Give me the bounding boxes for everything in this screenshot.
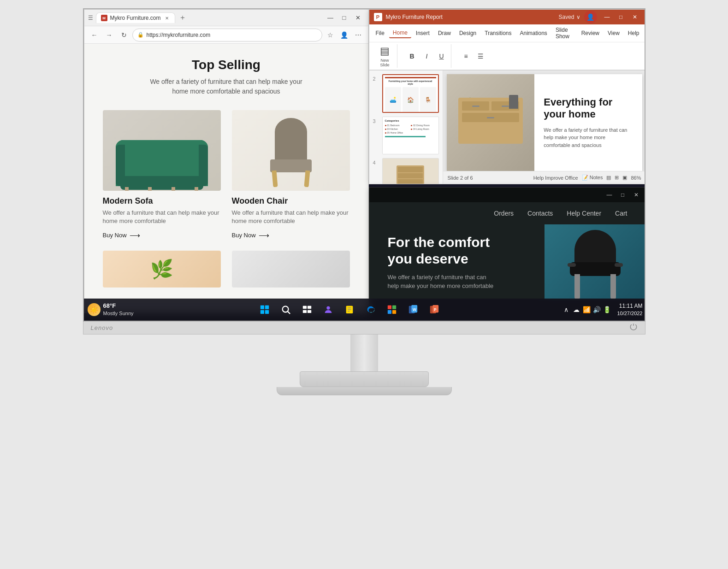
bookmark-star-button[interactable]: ☆ (324, 29, 337, 41)
ppt-maximize-button[interactable]: □ (615, 11, 627, 23)
buy-now-chair[interactable]: Buy Now ⟶ (232, 231, 350, 240)
browser-sidebar-toggle[interactable]: ☰ (88, 15, 93, 21)
store-button[interactable] (383, 300, 401, 319)
ppt-close-button[interactable]: ✕ (628, 11, 641, 23)
browser-window: ☰ M Mykro Furniture.com ✕ ＋ — □ ✕ ← → (84, 9, 369, 313)
browser-maximize-button[interactable]: □ (338, 12, 351, 24)
product-card-chair[interactable]: Wooden Chair We offer a furniture that c… (232, 110, 350, 240)
edge-button[interactable] (361, 300, 380, 319)
tray-volume-icon[interactable]: 🔊 (592, 305, 601, 314)
menu-item-view[interactable]: View (604, 29, 623, 38)
dark-nav-help[interactable]: Help Center (567, 210, 601, 217)
ppt-minimize-button[interactable]: — (601, 11, 614, 23)
system-clock[interactable]: 11:11 AM 10/27/2022 (617, 302, 642, 317)
bold-icon: B (409, 53, 414, 60)
bold-button[interactable]: B (406, 50, 419, 63)
menu-item-transitions[interactable]: Transitions (481, 29, 515, 38)
slide-preview-4[interactable] (382, 158, 439, 184)
product-desc-sofa: We offer a furniture that can help make … (103, 209, 221, 225)
slide3-title: Categories (385, 119, 436, 122)
slide-preview-2[interactable]: Furnishing your home with experienced st… (382, 74, 439, 113)
taskbar-right: ∧ ☁ 📶 🔊 🔋 11:11 AM 10/27/2022 (562, 302, 642, 317)
system-tray-icons: ∧ ☁ 📶 🔊 🔋 (562, 305, 611, 314)
align-left-button[interactable]: ≡ (460, 50, 473, 63)
view-slide-icon[interactable]: ▣ (622, 175, 627, 181)
windows-start-button[interactable] (255, 300, 274, 319)
search-icon (281, 305, 291, 315)
menu-item-insert[interactable]: Insert (412, 29, 433, 38)
view-normal-icon[interactable]: ▤ (606, 175, 611, 181)
dresser-handle-3 (487, 117, 494, 118)
browser-menu-button[interactable]: ⋯ (352, 29, 365, 41)
ppt-user-avatar[interactable]: 👤 (584, 11, 597, 23)
dark-hero-text: For the comfortyou deserve We offer a fa… (369, 224, 545, 300)
browser-back-button[interactable]: ← (88, 29, 101, 41)
dark-maximize-button[interactable]: □ (617, 189, 629, 201)
slide-thumb-2[interactable]: 2 Furnishing your home with experienced … (373, 74, 439, 113)
align-center-button[interactable]: ☰ (474, 50, 487, 63)
menu-item-animations[interactable]: Animations (516, 29, 551, 38)
dark-close-button[interactable]: ✕ (630, 189, 642, 201)
slide3-item-2: 02 Dining Room (411, 124, 436, 127)
menu-item-file[interactable]: File (372, 29, 388, 38)
monitor-power-button[interactable] (629, 323, 638, 333)
teams-button[interactable] (319, 300, 337, 319)
tab-close-button[interactable]: ✕ (164, 15, 170, 21)
product-name-chair: Wooden Chair (232, 196, 350, 206)
menu-item-help[interactable]: Help (624, 29, 643, 38)
search-button[interactable] (277, 300, 295, 319)
menu-item-slideshow[interactable]: Slide Show (552, 25, 577, 41)
align-center-icon: ☰ (478, 53, 484, 60)
ppt-titlebar: P Mykro Furniture Report Saved ∨ 👤 — □ ✕ (369, 10, 645, 24)
menu-item-design[interactable]: Design (456, 29, 480, 38)
browser-refresh-button[interactable]: ↻ (118, 29, 130, 41)
sofa-back (116, 140, 208, 163)
new-tab-button[interactable]: ＋ (177, 12, 188, 23)
new-slide-button[interactable]: ▤ NewSlide (376, 45, 394, 67)
dark-minimize-button[interactable]: — (604, 189, 616, 201)
tray-battery-icon[interactable]: 🔋 (602, 305, 611, 314)
word-button[interactable]: W (404, 300, 422, 319)
dark-nav-cart[interactable]: Cart (615, 210, 627, 217)
slide-preview-3[interactable]: Categories 01 Bedroom 02 Dining Room (382, 117, 439, 154)
italic-button[interactable]: I (420, 50, 433, 63)
browser-tab-area: ☰ M Mykro Furniture.com ✕ ＋ (88, 12, 322, 23)
dark-nav-orders[interactable]: Orders (494, 210, 514, 217)
tray-cloud-icon[interactable]: ☁ (572, 305, 581, 314)
browser-close-button[interactable]: ✕ (352, 12, 365, 24)
slide-thumb-4[interactable]: 4 (373, 158, 439, 184)
menu-item-review[interactable]: Review (578, 29, 603, 38)
product-name-sofa: Modern Sofa (103, 196, 221, 206)
tray-chevron-up[interactable]: ∧ (562, 305, 571, 314)
browser-minimize-button[interactable]: — (324, 12, 337, 24)
ppt-window-controls: — □ ✕ (601, 11, 641, 23)
slide-thumb-3[interactable]: 3 Categories 01 Bedroom 02 Dining Room (373, 117, 439, 154)
taskbar-weather[interactable]: ☀️ 68°F Mostly Sunny (88, 302, 134, 317)
slide-number-2: 2 (373, 76, 379, 82)
menu-item-home[interactable]: Home (389, 28, 411, 38)
slide4-drawer-2 (398, 173, 423, 179)
buy-now-sofa[interactable]: Buy Now ⟶ (103, 231, 221, 240)
dark-chair-arm-right (615, 263, 623, 267)
task-view-button[interactable] (298, 300, 316, 319)
lock-icon: 🔒 (137, 32, 144, 38)
notepad-button[interactable] (340, 300, 359, 319)
slide3-item-4: 04 Living Room (411, 128, 436, 130)
dark-nav-contacts[interactable]: Contacts (527, 210, 553, 217)
address-bar[interactable]: 🔒 https://mykrofurniture.com (132, 29, 322, 41)
profile-button[interactable]: 👤 (338, 29, 351, 41)
menu-item-draw[interactable]: Draw (434, 29, 455, 38)
slide4-dresser (397, 165, 424, 184)
ppt-document-title: Mykro Furniture Report (386, 14, 555, 20)
site-subheading: We offer a fariety of furniture that can… (103, 77, 350, 96)
browser-tab[interactable]: M Mykro Furniture.com ✕ (96, 12, 175, 23)
view-grid-icon[interactable]: ⊞ (615, 175, 619, 181)
monitor-neck (350, 334, 378, 371)
powerpoint-taskbar-button[interactable]: P (425, 300, 444, 319)
notes-button[interactable]: 📝 Notes (582, 175, 603, 181)
product-card-sofa[interactable]: Modern Sofa We offer a furniture that ca… (103, 110, 221, 240)
underline-button[interactable]: U (435, 50, 448, 63)
tray-wifi-icon[interactable]: 📶 (582, 305, 591, 314)
edge-icon (366, 305, 376, 315)
browser-forward-button[interactable]: → (103, 29, 116, 41)
